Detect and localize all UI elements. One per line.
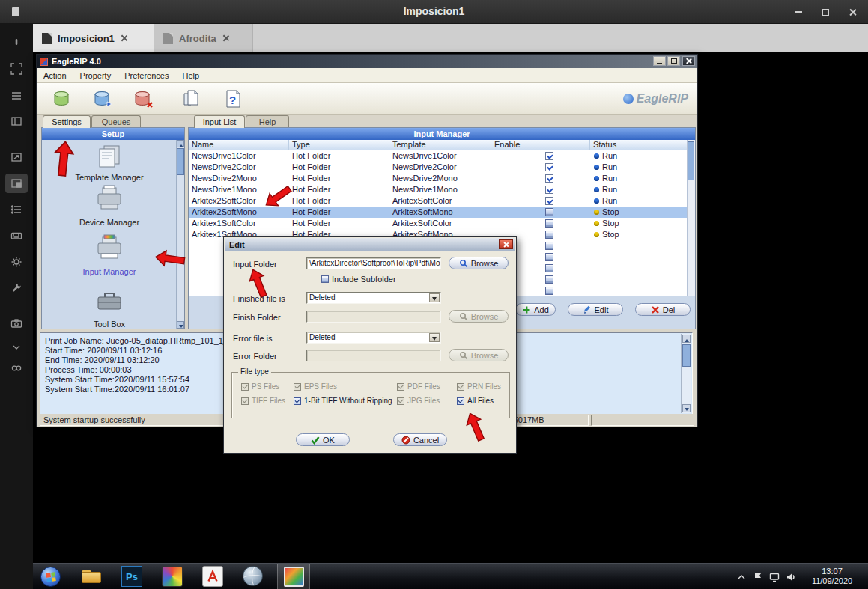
taskbar-clock[interactable]: 13:07 11/09/2020: [801, 567, 864, 586]
enable-checkbox-checked-icon[interactable]: [545, 163, 553, 171]
scroll-thumb[interactable]: [177, 148, 184, 175]
dynamic-resolution-icon[interactable]: [10, 151, 22, 163]
include-subfolder-checkbox[interactable]: Include Subfolder: [321, 275, 396, 284]
stop-queue-database-icon[interactable]: [133, 88, 154, 109]
browse-input-folder-button[interactable]: Browse: [449, 257, 509, 269]
file-explorer-icon[interactable]: [81, 566, 102, 587]
column-name[interactable]: Name: [189, 140, 289, 150]
input-folder-field[interactable]: \ArkitexDirector\Softproof\ToRip\Pdf\Mon…: [306, 257, 441, 269]
action-center-flag-icon[interactable]: [753, 572, 763, 582]
menu-help[interactable]: Help: [175, 71, 206, 80]
submit-job-database-icon[interactable]: [52, 88, 73, 109]
column-template[interactable]: Template: [389, 140, 491, 150]
cancel-button[interactable]: Cancel: [393, 433, 447, 446]
column-enable[interactable]: Enable: [491, 140, 590, 150]
tab-help[interactable]: Help: [246, 115, 289, 128]
scroll-thumb[interactable]: [682, 344, 691, 367]
disconnect-link-icon[interactable]: [10, 362, 22, 374]
maximize-button[interactable]: [816, 4, 835, 19]
enable-checkbox-checked-icon[interactable]: [545, 152, 553, 160]
filetype-all-files[interactable]: All Files: [457, 397, 494, 405]
edit-dialog-titlebar[interactable]: Edit: [225, 238, 515, 251]
start-button[interactable]: [40, 567, 61, 587]
scroll-thumb[interactable]: [688, 141, 694, 180]
photoshop-icon[interactable]: Ps: [121, 566, 142, 587]
scroll-down-icon[interactable]: [682, 404, 691, 412]
chevron-down-icon[interactable]: [10, 341, 22, 353]
eaglerip-close-button[interactable]: [682, 56, 695, 66]
browser-globe-icon[interactable]: [243, 566, 264, 587]
enable-checkbox-icon[interactable]: [545, 275, 553, 284]
acrobat-pdf-icon[interactable]: [202, 566, 223, 587]
del-button[interactable]: Del: [635, 303, 691, 316]
table-row-selected[interactable]: Arkitex2SoftMonoHot FolderArkitexSoftMon…: [189, 207, 695, 218]
enable-checkbox-icon[interactable]: [545, 231, 553, 239]
table-scrollbar[interactable]: [687, 140, 695, 296]
menu-property[interactable]: Property: [73, 71, 118, 80]
enable-checkbox-icon[interactable]: [545, 242, 553, 250]
table-row[interactable]: NewsDrive2MonoHot FolderNewsDrive2MonoRu…: [189, 173, 695, 184]
scale-icon[interactable]: [10, 177, 22, 189]
taskbar-active-eaglerip[interactable]: [277, 564, 310, 589]
start-queue-database-icon[interactable]: [92, 88, 113, 109]
enable-checkbox-icon[interactable]: [545, 208, 553, 216]
menu-action[interactable]: Action: [37, 71, 73, 80]
paint-app-icon[interactable]: [162, 566, 183, 587]
menu-preferences[interactable]: Preferences: [118, 71, 175, 80]
edit-button[interactable]: Edit: [568, 303, 623, 316]
fullscreen-icon[interactable]: [10, 63, 22, 75]
table-row[interactable]: NewsDrive1MonoHot FolderNewsDrive1MonoRu…: [189, 184, 695, 195]
volume-icon[interactable]: [786, 572, 796, 582]
settings-gear-icon[interactable]: [10, 256, 22, 268]
setup-item-device-manager[interactable]: Device Manager: [42, 185, 177, 227]
keyboard-icon[interactable]: [10, 230, 22, 242]
close-button[interactable]: [843, 4, 862, 19]
dropdown-arrow-icon[interactable]: [429, 293, 440, 302]
tab-input-list[interactable]: Input List: [194, 115, 245, 128]
table-row[interactable]: NewsDrive1ColorHot FolderNewsDrive1Color…: [189, 150, 695, 162]
tab-imposicion1[interactable]: Imposicion1: [33, 24, 154, 52]
screenshot-camera-icon[interactable]: [10, 317, 22, 329]
scroll-up-icon[interactable]: [682, 335, 691, 343]
minimize-button[interactable]: [789, 4, 808, 19]
eaglerip-titlebar[interactable]: EagleRIP 4.0: [37, 55, 697, 68]
finished-file-select[interactable]: Deleted: [306, 292, 441, 304]
add-button[interactable]: Add: [515, 303, 556, 316]
enable-checkbox-icon[interactable]: [545, 219, 553, 228]
setup-panel-scrollbar[interactable]: [176, 140, 184, 329]
pin-icon[interactable]: [10, 36, 22, 48]
enable-checkbox-icon[interactable]: [545, 264, 553, 272]
help-icon[interactable]: ?: [222, 88, 243, 109]
table-row[interactable]: NewsDrive2ColorHot FolderNewsDrive2Color…: [189, 162, 695, 173]
error-file-select[interactable]: Deleted: [306, 332, 441, 344]
tab-settings[interactable]: Settings: [43, 115, 91, 128]
scroll-down-icon[interactable]: [177, 321, 184, 329]
copy-document-icon[interactable]: [180, 88, 201, 109]
eaglerip-maximize-button[interactable]: [667, 56, 680, 66]
tools-wrench-icon[interactable]: [10, 282, 22, 294]
menu-icon[interactable]: [10, 90, 22, 102]
window-panel-icon[interactable]: [10, 115, 22, 127]
filetype-1bit-tiff[interactable]: 1-Bit TIFF Without Ripping: [294, 397, 392, 405]
scroll-up-icon[interactable]: [177, 140, 184, 147]
setup-item-tool-box[interactable]: Tool Box: [42, 287, 177, 329]
enable-checkbox-checked-icon[interactable]: [545, 174, 553, 183]
eaglerip-minimize-button[interactable]: [653, 56, 666, 66]
tab-close-icon[interactable]: [222, 34, 230, 42]
ok-button[interactable]: OK: [296, 433, 350, 446]
tray-expand-icon[interactable]: [736, 572, 747, 582]
dropdown-arrow-icon[interactable]: [429, 333, 440, 342]
dialog-close-button[interactable]: [499, 239, 513, 249]
enable-checkbox-icon[interactable]: [545, 287, 553, 295]
list-icon[interactable]: [10, 204, 22, 216]
enable-checkbox-icon[interactable]: [545, 253, 553, 261]
tab-afrodita[interactable]: Afrodita: [154, 24, 253, 52]
log-scrollbar[interactable]: [681, 334, 691, 413]
tab-close-icon[interactable]: [121, 34, 128, 42]
tab-queues[interactable]: Queues: [91, 115, 141, 128]
table-row[interactable]: Arkitex1SoftColorHot FolderArkitexSoftCo…: [189, 218, 695, 229]
column-type[interactable]: Type: [289, 140, 389, 150]
enable-checkbox-checked-icon[interactable]: [545, 197, 553, 205]
enable-checkbox-checked-icon[interactable]: [545, 186, 553, 194]
network-display-icon[interactable]: [769, 572, 780, 582]
